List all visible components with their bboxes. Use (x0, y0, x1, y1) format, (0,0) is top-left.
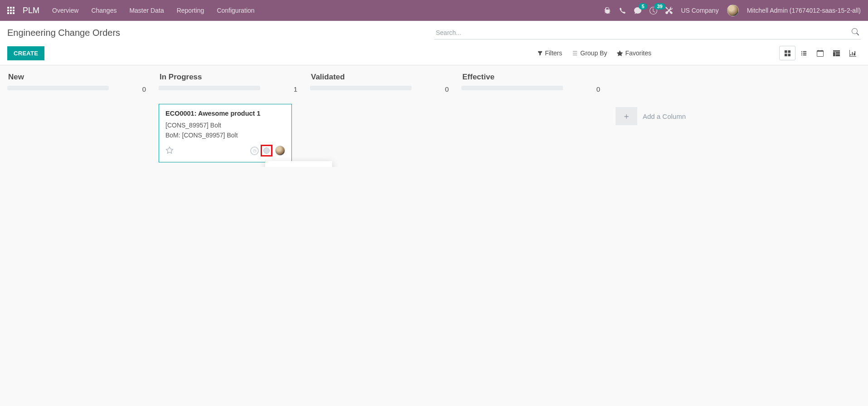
view-list-button[interactable] (795, 46, 812, 60)
column-title: Effective (462, 73, 495, 82)
column-count: 1 (294, 85, 310, 93)
control-panel: Engineering Change Orders CREATE Filters… (0, 21, 868, 65)
card-product: [CONS_89957] Bolt (165, 121, 285, 131)
column-effective[interactable]: Effective 0 (461, 69, 613, 163)
create-button[interactable]: CREATE (7, 46, 44, 60)
menu-overview[interactable]: Overview (52, 7, 78, 14)
priority-star[interactable] (165, 147, 174, 155)
breadcrumb: Engineering Change Orders (7, 28, 120, 38)
activities-badge: 39 (654, 3, 665, 10)
list-view-icon (800, 50, 807, 57)
search-icon[interactable] (852, 28, 859, 35)
pivot-icon (833, 50, 840, 57)
view-switcher (779, 46, 861, 60)
kanban-card[interactable]: ECO0001: Awesome product 1 [CONS_89957] … (159, 104, 292, 162)
apps-icon[interactable] (7, 7, 15, 14)
menu-configuration[interactable]: Configuration (217, 7, 254, 14)
debug-icon[interactable] (604, 7, 611, 14)
search-input[interactable] (434, 26, 861, 39)
column-progress-bar (461, 86, 563, 90)
kanban-board: New 0 In Progress 1 ECO0001: Awesome pro… (0, 65, 868, 167)
main-menu: Overview Changes Master Data Reporting C… (52, 7, 255, 14)
graph-icon (849, 50, 856, 57)
column-count: 0 (142, 85, 159, 93)
company-switcher[interactable]: US Company (681, 7, 718, 14)
groupby-button[interactable]: Group By (572, 49, 607, 57)
column-count: 0 (445, 85, 461, 93)
status-dot-normal-icon (263, 147, 270, 154)
column-progress-bar (159, 86, 260, 90)
column-progress-bar (310, 86, 412, 90)
column-title: New (8, 73, 24, 82)
menu-master-data[interactable]: Master Data (129, 7, 164, 14)
assignee-avatar[interactable] (275, 146, 285, 156)
funnel-icon (538, 51, 543, 56)
card-bom: BoM: [CONS_89957] Bolt (165, 131, 285, 141)
view-calendar-button[interactable] (812, 46, 828, 60)
star-icon (617, 50, 623, 56)
tools-icon[interactable] (665, 7, 673, 14)
app-brand[interactable]: PLM (23, 6, 39, 15)
plus-icon: ＋ (616, 107, 637, 125)
view-graph-button[interactable] (844, 46, 861, 60)
card-right-controls: ◷ Ready Blocked (250, 145, 285, 157)
messages-icon[interactable]: 5 (634, 7, 641, 14)
groupby-label: Group By (580, 49, 607, 57)
star-outline-icon (165, 147, 174, 155)
list-icon (572, 50, 578, 56)
column-title: Validated (311, 73, 345, 82)
calendar-icon (817, 50, 824, 57)
menu-reporting[interactable]: Reporting (177, 7, 204, 14)
kanban-state-dropdown: Ready Blocked (265, 161, 332, 167)
add-column-label: Add a Column (643, 113, 686, 120)
user-avatar[interactable] (727, 5, 739, 16)
card-title: ECO0001: Awesome product 1 (165, 110, 285, 117)
messages-badge: 5 (639, 3, 647, 10)
column-new[interactable]: New 0 (7, 69, 159, 163)
favorites-label: Favorites (625, 49, 651, 57)
filters-button[interactable]: Filters (538, 49, 562, 57)
column-in-progress[interactable]: In Progress 1 ECO0001: Awesome product 1… (159, 69, 310, 163)
column-count: 0 (596, 85, 613, 93)
phone-icon[interactable] (619, 7, 626, 14)
svg-rect-3 (788, 54, 790, 56)
favorites-button[interactable]: Favorites (617, 49, 651, 57)
activities-icon[interactable]: 39 (650, 7, 657, 15)
column-title: In Progress (160, 73, 202, 82)
filters-label: Filters (545, 49, 562, 57)
svg-rect-2 (784, 54, 787, 56)
svg-rect-0 (784, 50, 787, 53)
search-wrap (434, 26, 861, 39)
kanban-icon (784, 50, 791, 57)
view-kanban-button[interactable] (779, 46, 795, 60)
column-progress-bar (7, 86, 109, 90)
column-validated[interactable]: Validated 0 (310, 69, 461, 163)
view-pivot-button[interactable] (828, 46, 844, 60)
main-navbar: PLM Overview Changes Master Data Reporti… (0, 0, 868, 21)
user-menu[interactable]: Mitchell Admin (17674012-saas-15-2-all) (747, 7, 861, 14)
kanban-state-toggle[interactable] (261, 145, 272, 157)
activity-indicator-icon[interactable]: ◷ (250, 147, 259, 155)
menu-changes[interactable]: Changes (91, 7, 116, 14)
navbar-right: 5 39 US Company Mitchell Admin (17674012… (604, 5, 861, 16)
svg-rect-1 (788, 50, 790, 53)
state-option-ready[interactable]: Ready (265, 164, 332, 167)
add-column-button[interactable]: ＋ Add a Column (613, 69, 689, 163)
